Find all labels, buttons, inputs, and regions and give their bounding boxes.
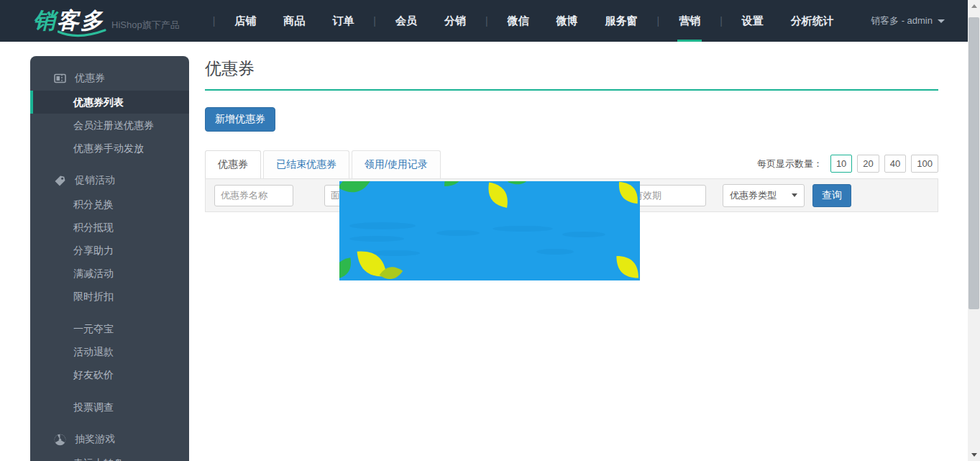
sidebar-item-lucky-wheel[interactable]: 幸运大转盘 (30, 452, 189, 461)
user-menu-label: 销客多 - admin (871, 14, 933, 27)
nav-divider: | (720, 15, 723, 27)
nav-divider: | (657, 15, 660, 27)
main-nav: |店铺商品订单|会员分销|微信微博服务窗|营销|设置分析统计 (207, 0, 848, 42)
top-navbar: 销客多 HiShop旗下产品 |店铺商品订单|会员分销|微信微博服务窗|营销|设… (0, 0, 968, 42)
nav-item-marketing[interactable]: 营销 (677, 0, 702, 42)
select-value: 优惠券类型 (730, 189, 777, 202)
sidebar-section-tag: 促销活动 (30, 168, 189, 193)
logo-subtitle: HiShop旗下产品 (111, 19, 180, 32)
sidebar-section-label: 抽奖游戏 (75, 433, 115, 446)
add-coupon-button[interactable]: 新增优惠券 (205, 107, 275, 132)
scroll-down-icon[interactable] (968, 449, 980, 461)
nav-item-service-window[interactable]: 服务窗 (604, 0, 639, 42)
tag-icon (54, 175, 66, 187)
coupon-type-select[interactable]: 优惠券类型 (723, 184, 805, 207)
logo-swoosh (58, 29, 106, 39)
scroll-up-icon[interactable] (968, 0, 980, 12)
nav-divider: | (373, 15, 376, 27)
sidebar-item-register-gift-coupon[interactable]: 会员注册送优惠券 (30, 114, 189, 137)
page-size-option-10[interactable]: 10 (830, 155, 852, 173)
chevron-down-icon (938, 19, 945, 23)
sidebar-item-full-reduction[interactable]: 满减活动 (30, 262, 189, 285)
nav-item-analytics[interactable]: 分析统计 (789, 0, 835, 42)
tab-ended-coupons[interactable]: 已结束优惠券 (263, 150, 349, 179)
nav-item-goods[interactable]: 商品 (282, 0, 306, 42)
scrollbar-thumb[interactable] (968, 17, 979, 309)
sidebar-section-label: 优惠券 (75, 72, 105, 85)
sidebar-item-time-discount[interactable]: 限时折扣 (30, 285, 189, 308)
nav-item-members[interactable]: 会员 (394, 0, 418, 42)
sidebar-section-coupon: 优惠券 (30, 66, 189, 91)
app-root: 销客多 HiShop旗下产品 |店铺商品订单|会员分销|微信微博服务窗|营销|设… (0, 0, 980, 461)
sidebar-item-share-boost[interactable]: 分享助力 (30, 239, 189, 262)
page-size-control: 每页显示数量： 102040100 (757, 155, 938, 178)
scrollbar[interactable] (968, 0, 980, 461)
sidebar-section-wheel: 抽奖游戏 (30, 427, 189, 452)
nav-item-weibo[interactable]: 微博 (555, 0, 580, 42)
page-size-options: 102040100 (825, 155, 938, 173)
sidebar: 优惠券优惠券列表会员注册送优惠券优惠券手动发放促销活动积分兑换积分抵现分享助力满… (30, 56, 189, 461)
user-menu[interactable]: 销客多 - admin (871, 0, 945, 42)
coupon-icon (54, 73, 66, 85)
sidebar-item-vote-survey[interactable]: 投票调查 (30, 396, 189, 419)
tab-coupons[interactable]: 优惠券 (205, 150, 261, 179)
sidebar-item-manual-coupon[interactable]: 优惠券手动发放 (30, 137, 189, 160)
nav-item-wechat[interactable]: 微信 (506, 0, 531, 42)
sidebar-item-points-cash[interactable]: 积分抵现 (30, 216, 189, 239)
nav-item-shop[interactable]: 店铺 (233, 0, 257, 42)
nav-divider: | (485, 15, 488, 27)
page-size-label: 每页显示数量： (757, 158, 823, 170)
page-title: 优惠券 (205, 58, 938, 91)
sidebar-item-friend-bargain[interactable]: 好友砍价 (30, 363, 189, 386)
sidebar-item-points-exchange[interactable]: 积分兑换 (30, 193, 189, 216)
nav-item-distribution[interactable]: 分销 (443, 0, 467, 42)
tab-usage-records[interactable]: 领用/使用记录 (352, 150, 441, 179)
sidebar-item-one-yuan-treasure[interactable]: 一元夺宝 (30, 317, 189, 340)
tabs-row: 优惠券已结束优惠券领用/使用记录 每页显示数量： 102040100 (205, 150, 938, 178)
select-caret-icon (792, 193, 797, 197)
wheel-icon (54, 434, 66, 446)
nav-divider: | (213, 15, 216, 27)
sidebar-item-activity-refund[interactable]: 活动退款 (30, 340, 189, 363)
page-size-option-40[interactable]: 40 (884, 155, 906, 173)
promo-banner-image (339, 181, 640, 280)
app-logo: 销客多 HiShop旗下产品 (33, 6, 180, 36)
nav-item-orders[interactable]: 订单 (331, 0, 355, 42)
coupon-name-input[interactable] (214, 185, 293, 206)
page-size-option-100[interactable]: 100 (911, 155, 938, 173)
search-button[interactable]: 查询 (812, 184, 851, 207)
sidebar-section-label: 促销活动 (75, 174, 115, 187)
sidebar-item-coupon-list[interactable]: 优惠券列表 (30, 91, 189, 114)
tabs: 优惠券已结束优惠券领用/使用记录 (205, 150, 443, 178)
page-size-option-20[interactable]: 20 (857, 155, 879, 173)
nav-item-settings[interactable]: 设置 (741, 0, 765, 42)
